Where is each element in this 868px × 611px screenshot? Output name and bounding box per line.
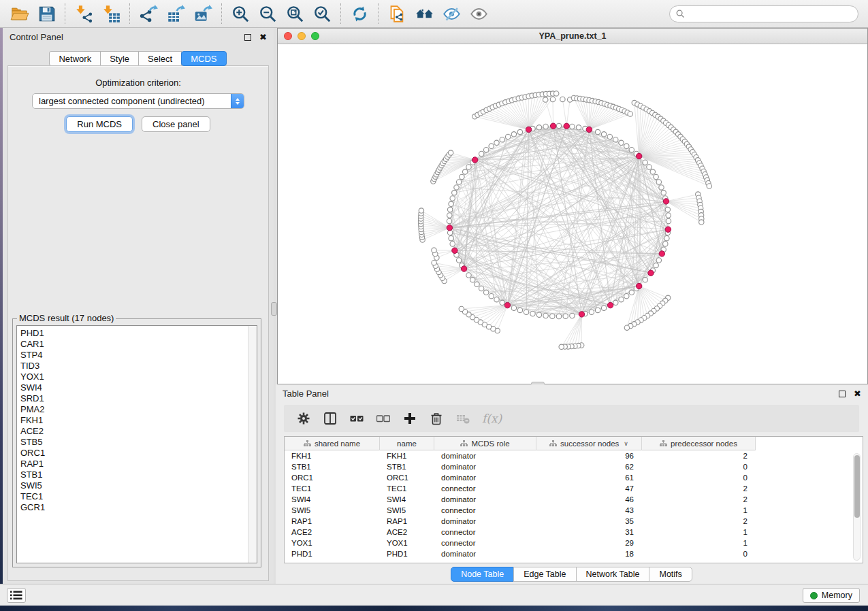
mcds-node-item[interactable]: ACE2 [20, 426, 248, 437]
table-cell[interactable]: 47 [536, 483, 642, 494]
zoom-in-button[interactable] [227, 2, 254, 25]
select-all-rows-button[interactable] [349, 411, 364, 426]
table-cell[interactable]: 29 [536, 538, 642, 548]
tab-motifs[interactable]: Motifs [649, 567, 692, 582]
table-cell[interactable]: 2 [642, 494, 756, 505]
table-cell[interactable]: dominator [434, 548, 536, 559]
table-cell[interactable]: 2 [642, 516, 756, 527]
close-panel-icon[interactable]: ✖ [259, 33, 267, 42]
show-all-button[interactable] [465, 2, 492, 25]
table-row[interactable]: ORC1ORC1dominator610 [285, 472, 863, 483]
minimize-window-icon[interactable] [298, 32, 306, 40]
table-cell[interactable]: YOX1 [285, 538, 380, 548]
export-network-button[interactable] [135, 2, 162, 25]
run-mcds-button[interactable]: Run MCDS [66, 116, 133, 132]
zoom-fit-button[interactable] [281, 2, 308, 25]
table-cell[interactable]: connector [434, 483, 536, 494]
table-cell[interactable]: TEC1 [380, 483, 434, 494]
duplicate-network-button[interactable] [383, 2, 411, 25]
column-header-successor-nodes[interactable]: successor nodes∨ [536, 437, 642, 450]
table-cell[interactable]: dominator [434, 516, 536, 527]
column-header-name[interactable]: name [380, 437, 434, 450]
tab-select[interactable]: Select [138, 51, 182, 66]
close-panel-icon[interactable]: ✖ [854, 389, 861, 398]
table-row[interactable]: RAP1RAP1dominator352 [285, 516, 863, 527]
float-panel-icon[interactable] [244, 34, 251, 41]
table-settings-button[interactable] [296, 411, 311, 426]
mcds-node-item[interactable]: TID3 [20, 361, 248, 371]
tab-edge-table[interactable]: Edge Table [513, 567, 576, 582]
table-cell[interactable]: 46 [536, 494, 642, 505]
table-cell[interactable]: dominator [434, 472, 536, 483]
table-cell[interactable]: 1 [642, 538, 756, 548]
table-cell[interactable]: dominator [434, 494, 536, 505]
table-cell[interactable]: 62 [536, 461, 642, 472]
close-panel-button[interactable]: Close panel [142, 116, 210, 132]
save-session-button[interactable] [33, 2, 60, 25]
table-cell[interactable]: 2 [642, 483, 756, 494]
first-neighbors-button[interactable] [411, 2, 438, 25]
table-cell[interactable]: 0 [642, 472, 756, 483]
mcds-node-item[interactable]: SWI5 [20, 480, 248, 491]
add-column-button[interactable] [402, 411, 417, 426]
export-table-button[interactable] [162, 2, 189, 25]
export-image-button[interactable] [189, 2, 216, 25]
column-header-MCDS-role[interactable]: MCDS role [434, 437, 536, 450]
maximize-window-icon[interactable] [311, 32, 319, 40]
import-table-button[interactable] [97, 2, 125, 25]
table-cell[interactable]: 35 [536, 516, 642, 527]
tab-style[interactable]: Style [100, 51, 139, 66]
table-cell[interactable]: SWI4 [380, 494, 434, 505]
table-row[interactable]: ACE2ACE2connector311 [285, 527, 863, 538]
table-cell[interactable]: TEC1 [285, 483, 380, 494]
mcds-node-item[interactable]: FKH1 [20, 415, 248, 426]
table-cell[interactable]: ACE2 [285, 527, 380, 538]
mcds-node-item[interactable]: PMA2 [20, 404, 248, 415]
table-cell[interactable]: 31 [536, 527, 642, 538]
table-cell[interactable]: ORC1 [285, 472, 380, 483]
delete-table-button[interactable] [455, 411, 470, 426]
table-cell[interactable]: STB1 [285, 461, 380, 472]
mcds-node-item[interactable]: TEC1 [20, 491, 248, 502]
close-window-icon[interactable] [284, 32, 292, 40]
mcds-list-scrollbar[interactable] [248, 326, 257, 563]
table-cell[interactable]: 1 [642, 505, 756, 516]
column-header-shared-name[interactable]: shared name [285, 437, 380, 450]
deselect-all-rows-button[interactable] [376, 411, 391, 426]
table-cell[interactable]: STB1 [380, 461, 434, 472]
table-scrollbar-thumb[interactable] [854, 455, 860, 518]
mcds-node-item[interactable]: CAR1 [20, 339, 248, 350]
table-cell[interactable]: 2 [642, 450, 756, 461]
table-cell[interactable]: FKH1 [380, 450, 434, 461]
table-cell[interactable]: RAP1 [380, 516, 434, 527]
table-row[interactable]: YOX1YOX1connector291 [285, 538, 863, 548]
mcds-node-item[interactable]: SRD1 [20, 393, 248, 404]
mcds-node-item[interactable]: PHD1 [20, 328, 248, 339]
vertical-splitter-handle[interactable] [271, 302, 277, 316]
tab-node-table[interactable]: Node Table [451, 567, 514, 582]
table-cell[interactable]: YOX1 [380, 538, 434, 548]
zoom-selected-button[interactable] [308, 2, 336, 25]
tab-mcds[interactable]: MCDS [181, 51, 226, 66]
table-cell[interactable]: 18 [536, 548, 642, 559]
table-cell[interactable]: ACE2 [380, 527, 434, 538]
tab-network[interactable]: Network [49, 51, 101, 66]
table-row[interactable]: FKH1FKH1dominator962 [285, 450, 863, 461]
mcds-node-item[interactable]: RAP1 [20, 459, 248, 469]
table-cell[interactable]: 1 [642, 527, 756, 538]
table-row[interactable]: TEC1TEC1connector472 [285, 483, 863, 494]
table-cell[interactable]: connector [434, 538, 536, 548]
network-canvas[interactable] [278, 44, 867, 384]
table-row[interactable]: SWI4SWI4dominator462 [285, 494, 863, 505]
tab-network-table[interactable]: Network Table [576, 567, 650, 582]
table-cell[interactable]: 96 [536, 450, 642, 461]
table-cell[interactable]: PHD1 [380, 548, 434, 559]
hide-selected-button[interactable] [438, 2, 465, 25]
table-cell[interactable]: SWI5 [380, 505, 434, 516]
table-cell[interactable]: dominator [434, 450, 536, 461]
table-cell[interactable]: 0 [642, 548, 756, 559]
mcds-node-item[interactable]: STP4 [20, 350, 248, 361]
show-column-button[interactable] [323, 411, 338, 426]
table-cell[interactable]: FKH1 [285, 450, 380, 461]
refresh-view-button[interactable] [346, 2, 373, 25]
